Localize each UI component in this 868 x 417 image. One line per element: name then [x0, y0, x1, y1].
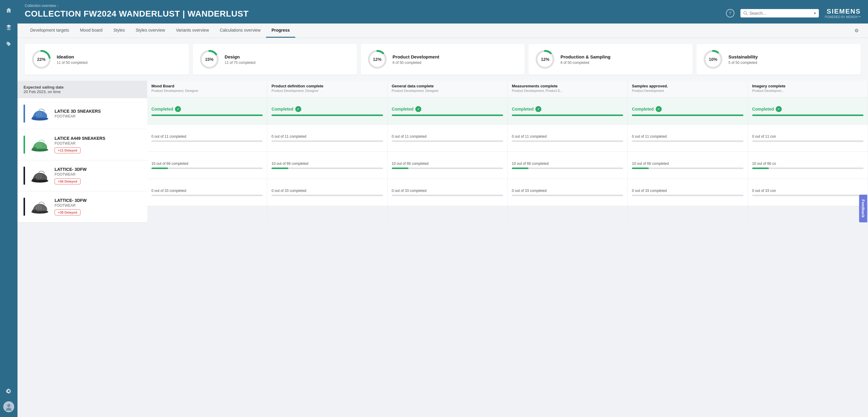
sidebar-home[interactable]: [3, 5, 14, 16]
progress-fill-2-4: [632, 168, 648, 169]
progress-bar-1-2: [392, 140, 503, 142]
search-input[interactable]: [749, 11, 812, 16]
tab-styles[interactable]: Styles: [108, 24, 130, 38]
check-icon-0-5: ✓: [776, 106, 782, 112]
progress-card-2: 12% Product Development 6 of 50 complete…: [361, 44, 525, 75]
col-header-sub-0: Product Development, Designer: [151, 89, 263, 93]
table-area: Expected sailing date 20 Feb 2023, on ti…: [18, 81, 868, 417]
sidebar-settings[interactable]: [3, 386, 14, 396]
data-col-5: Imagery complete Product Developme... Co…: [748, 81, 868, 222]
product-row-1[interactable]: LATICE A449 SNEAKERS FOOTWEAR +11 Delaye…: [18, 129, 147, 160]
donut-label-2: 12%: [373, 57, 381, 62]
product-row-0[interactable]: LATICE 3D SNEAKERS FOOTWEAR: [18, 98, 147, 129]
cell-2-2: 10 out of 66 completed: [388, 152, 507, 179]
col-header-sub-4: Product Development: [632, 89, 743, 93]
col-header-1: Product definition complete Product Deve…: [267, 81, 387, 98]
feedback-tab[interactable]: Feedback: [859, 195, 867, 222]
tab-variants-overview[interactable]: Variants overview: [170, 24, 214, 38]
cell-text-1-4: 0 out of 11 completed: [632, 134, 743, 139]
tab-mood-board[interactable]: Mood board: [74, 24, 108, 38]
cell-2-1: 10 out of 66 completed: [267, 152, 387, 179]
check-icon-0-3: ✓: [535, 106, 541, 112]
tab-calculations-overview[interactable]: Calculations overview: [214, 24, 266, 38]
product-category-3: FOOTWEAR: [55, 203, 141, 208]
cell-1-3: 0 out of 11 completed: [507, 125, 627, 152]
cell-text-1-3: 0 out of 11 completed: [512, 134, 623, 139]
col-header-0: Mood Board Product Development, Designer: [147, 81, 267, 98]
product-row-3[interactable]: LATTICE- 3DFW FOOTWEAR +30 Delayed: [18, 191, 147, 222]
cell-text-2-5: 10 out of 66 co: [752, 162, 864, 166]
progress-bar-0-4: [632, 114, 743, 116]
card-sub-2: 6 of 50 completed: [393, 61, 439, 65]
tab-styles-overview[interactable]: Styles overview: [130, 24, 170, 38]
search-bar[interactable]: ▾: [740, 9, 819, 18]
donut-4: 10%: [703, 49, 723, 70]
card-info-1: Design 11 of 75 completed: [225, 54, 255, 65]
cell-1-0: 0 out of 11 completed: [147, 125, 267, 152]
cell-0-3: Completed ✓: [507, 98, 627, 125]
progress-bar-2-0: [151, 168, 263, 169]
cell-3-2: 0 out of 33 completed: [388, 179, 507, 206]
cell-3-0: 0 out of 33 completed: [147, 179, 267, 206]
col-header-sub-2: Product Development, Designer: [392, 89, 503, 93]
product-thumb-1: [29, 134, 50, 155]
card-info-3: Production & Sampling 6 of 50 completed: [560, 54, 611, 65]
delay-badge-2: +56 Delayed: [55, 178, 81, 184]
cell-2-4: 10 out of 66 completed: [628, 152, 747, 179]
search-icon: [743, 11, 748, 15]
card-title-0: Ideation: [57, 54, 88, 59]
help-icon[interactable]: ?: [726, 9, 734, 18]
progress-bar-3-4: [632, 195, 743, 196]
progress-bar-2-4: [632, 168, 743, 169]
svg-point-19: [32, 178, 37, 181]
progress-card-0: 22% Ideation 11 of 50 completed: [25, 44, 189, 75]
progress-bar-3-5: [752, 195, 864, 196]
table-wrapper: Expected sailing date 20 Feb 2023, on ti…: [18, 81, 868, 222]
progress-bar-0-5: [752, 114, 864, 116]
cell-status-0-3: Completed ✓: [512, 106, 623, 112]
cell-text-3-1: 0 out of 33 completed: [272, 188, 383, 193]
data-col-4: Samples approved. Product Development Co…: [628, 81, 748, 222]
product-name-1: LATICE A449 SNEAKERS: [55, 136, 141, 141]
search-dropdown-icon[interactable]: ▾: [814, 11, 816, 15]
cell-3-5: 0 out of 33 con: [748, 179, 868, 206]
table-col-left: Expected sailing date 20 Feb 2023, on ti…: [18, 81, 147, 222]
sidebar-tag[interactable]: [3, 39, 14, 49]
tab-development-targets[interactable]: Development targets: [25, 24, 74, 38]
card-title-2: Product Development: [393, 54, 439, 59]
data-col-0: Mood Board Product Development, Designer…: [147, 81, 267, 222]
donut-3: 12%: [534, 49, 556, 70]
cell-1-4: 0 out of 11 completed: [628, 125, 747, 152]
cell-1-5: 0 out of 11 con: [748, 125, 868, 152]
donut-label-0: 22%: [37, 57, 45, 62]
col-header-title-5: Imagery complete: [752, 84, 864, 88]
progress-fill-0-4: [632, 114, 743, 116]
svg-point-15: [32, 116, 37, 119]
tab-progress[interactable]: Progress: [266, 24, 295, 38]
card-sub-4: 5 of 50 completed: [728, 61, 758, 65]
cell-text-2-0: 10 out of 66 completed: [151, 162, 263, 166]
page-title: COLLECTION FW2024 WANDERLUST | WANDERLUS…: [25, 9, 249, 19]
progress-bar-1-4: [632, 140, 743, 142]
progress-bar-3-2: [392, 195, 503, 196]
check-icon-0-1: ✓: [295, 106, 301, 112]
cell-status-0-1: Completed ✓: [272, 106, 383, 112]
cell-1-2: 0 out of 11 completed: [388, 125, 507, 152]
cell-text-1-0: 0 out of 11 completed: [151, 134, 263, 139]
cell-text-3-0: 0 out of 33 completed: [151, 188, 263, 193]
product-row-2[interactable]: LATTICE- 3DFW FOOTWEAR +56 Delayed: [18, 160, 147, 191]
cell-status-0-0: Completed ✓: [151, 106, 263, 112]
product-info-3: LATTICE- 3DFW FOOTWEAR +30 Delayed: [55, 198, 141, 215]
progress-bar-1-0: [151, 140, 263, 142]
sidebar-layers[interactable]: [3, 22, 14, 33]
cell-status-0-2: Completed ✓: [392, 106, 503, 112]
card-title-3: Production & Sampling: [560, 54, 611, 59]
user-avatar[interactable]: [3, 401, 14, 412]
nav-settings-icon[interactable]: ⚙: [852, 27, 861, 35]
progress-card-4: 10% Sustainability 5 of 50 completed: [696, 44, 861, 75]
progress-bar-3-3: [512, 195, 623, 196]
cell-0-4: Completed ✓: [628, 98, 747, 125]
cell-text-1-5: 0 out of 11 con: [752, 134, 864, 139]
product-info-2: LATTICE- 3DFW FOOTWEAR +56 Delayed: [55, 167, 141, 184]
progress-bar-0-3: [512, 114, 623, 116]
